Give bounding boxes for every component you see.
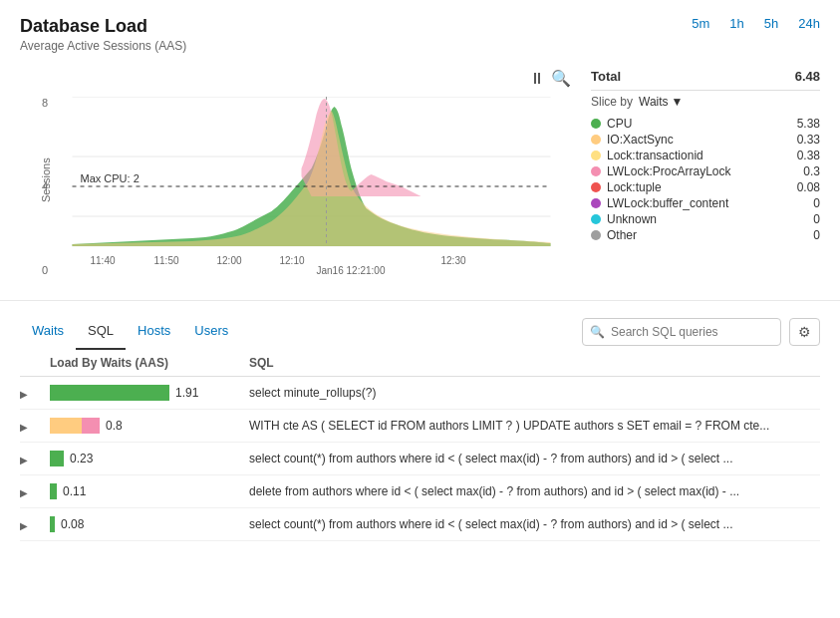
legend-item: Lock:tuple 0.08 [591, 180, 820, 194]
table-header: Load By Waits (AAS) SQL [20, 350, 820, 377]
svg-text:11:40: 11:40 [91, 255, 116, 266]
bar-visual [50, 516, 55, 532]
legend-label: Other [607, 228, 807, 242]
time-24h[interactable]: 24h [798, 16, 820, 31]
cell-bar: 0.11 [50, 483, 249, 499]
legend-dot [591, 166, 601, 176]
expand-cell: ▶ [20, 517, 50, 532]
legend-dot [591, 214, 601, 224]
expand-button[interactable]: ▶ [20, 389, 28, 400]
legend-dot [591, 151, 601, 160]
bar-segment [50, 451, 64, 466]
bar-segment [50, 385, 169, 401]
expand-cell: ▶ [20, 419, 50, 434]
svg-text:12:30: 12:30 [441, 255, 466, 266]
bar-visual [50, 451, 64, 466]
pause-button[interactable]: ⏸ [529, 69, 545, 88]
legend-dot [591, 198, 601, 208]
total-label: Total [591, 69, 621, 84]
time-5m[interactable]: 5m [692, 16, 709, 31]
legend-item: Unknown 0 [591, 212, 820, 226]
legend-value: 0.38 [797, 149, 820, 162]
expand-button[interactable]: ▶ [20, 487, 28, 498]
table-row: ▶ 1.91 select minute_rollups(?) [20, 377, 820, 410]
bar-visual [50, 483, 57, 499]
col-header-load: Load By Waits (AAS) [50, 356, 249, 370]
legend-label: CPU [607, 117, 791, 131]
expand-button[interactable]: ▶ [20, 520, 28, 531]
legend-label: Unknown [607, 212, 807, 226]
legend-label: IO:XactSync [607, 133, 791, 147]
cell-bar: 0.08 [50, 516, 249, 532]
bar-segment [50, 483, 57, 499]
cell-sql: select count(*) from authors where id < … [249, 452, 820, 465]
slice-by-dropdown[interactable]: Waits ▼ [639, 95, 683, 109]
search-input[interactable] [582, 318, 781, 346]
total-value: 6.48 [795, 69, 820, 84]
max-cpu-label: Max CPU: 2 [81, 172, 140, 184]
bar-visual [50, 385, 169, 401]
page-subtitle: Average Active Sessions (AAS) [20, 39, 820, 53]
legend-label: LWLock:ProcArrayLock [607, 164, 797, 178]
tab-sql[interactable]: SQL [76, 313, 126, 350]
expand-cell: ▶ [20, 484, 50, 499]
tab-hosts[interactable]: Hosts [126, 313, 182, 350]
y-axis-label: Sessions [40, 157, 52, 202]
legend-label: Lock:transactionid [607, 149, 791, 162]
legend-value: 5.38 [797, 117, 820, 131]
table-row: ▶ 0.11 delete from authors where id < ( … [20, 475, 820, 508]
expand-button[interactable]: ▶ [20, 422, 28, 433]
bar-segment [50, 418, 82, 434]
legend-panel: Total 6.48 Slice by Waits ▼ CPU 5.38 IO:… [591, 69, 820, 288]
legend-item: IO:XactSync 0.33 [591, 133, 820, 147]
cell-sql: delete from authors where id < ( select … [249, 484, 820, 498]
time-1h[interactable]: 1h [729, 16, 743, 31]
sql-table: Load By Waits (AAS) SQL ▶ 1.91 select mi… [0, 350, 840, 541]
zoom-button[interactable]: 🔍 [551, 69, 571, 88]
expand-cell: ▶ [20, 386, 50, 401]
legend-value: 0 [813, 212, 820, 226]
bar-value: 0.8 [106, 419, 134, 433]
legend-value: 0 [813, 228, 820, 242]
table-row: ▶ 0.8 WITH cte AS ( SELECT id FROM autho… [20, 410, 820, 443]
bar-value: 0.23 [70, 452, 98, 465]
svg-text:12:10: 12:10 [280, 255, 305, 266]
bar-visual [50, 418, 100, 434]
legend-value: 0.08 [797, 180, 820, 194]
legend-items-list: CPU 5.38 IO:XactSync 0.33 Lock:transacti… [591, 117, 820, 242]
legend-item: LWLock:ProcArrayLock 0.3 [591, 164, 820, 178]
legend-dot [591, 182, 601, 192]
tab-users[interactable]: Users [182, 313, 240, 350]
table-row: ▶ 0.23 select count(*) from authors wher… [20, 443, 820, 475]
cell-bar: 0.8 [50, 418, 249, 434]
cell-bar: 1.91 [50, 385, 249, 401]
table-row: ▶ 0.08 select count(*) from authors wher… [20, 508, 820, 541]
legend-value: 0.3 [803, 164, 820, 178]
chart-container: ⏸ 🔍 8 4 0 Sessions [20, 69, 571, 288]
legend-item: CPU 5.38 [591, 117, 820, 131]
svg-text:11:50: 11:50 [154, 255, 179, 266]
legend-label: Lock:tuple [607, 180, 791, 194]
bar-segment [82, 418, 100, 434]
legend-item: Other 0 [591, 228, 820, 242]
settings-button[interactable]: ⚙ [789, 318, 820, 346]
bar-segment [50, 516, 55, 532]
main-chart: Max CPU: 2 11:40 11:50 12:00 12:10 Jan16… [52, 97, 571, 276]
col-header-sql: SQL [249, 356, 820, 370]
cell-sql: select count(*) from authors where id < … [249, 517, 820, 531]
table-body: ▶ 1.91 select minute_rollups(?) ▶ 0.8 WI… [20, 377, 820, 541]
legend-dot [591, 135, 601, 145]
search-icon: 🔍 [590, 325, 605, 339]
legend-dot [591, 230, 601, 240]
slice-by-label: Slice by [591, 95, 633, 109]
time-5h[interactable]: 5h [764, 16, 778, 31]
expand-button[interactable]: ▶ [20, 455, 28, 465]
cell-sql: WITH cte AS ( SELECT id FROM authors LIM… [249, 419, 820, 433]
tab-waits[interactable]: Waits [20, 313, 76, 350]
time-controls-bar: 5m 1h 5h 24h [692, 16, 820, 31]
svg-text:Jan16 12:21:00: Jan16 12:21:00 [317, 265, 386, 276]
bar-value: 0.11 [63, 484, 91, 498]
legend-value: 0.33 [797, 133, 820, 147]
y-tick-8: 8 [42, 97, 48, 109]
legend-total: Total 6.48 [591, 69, 820, 91]
